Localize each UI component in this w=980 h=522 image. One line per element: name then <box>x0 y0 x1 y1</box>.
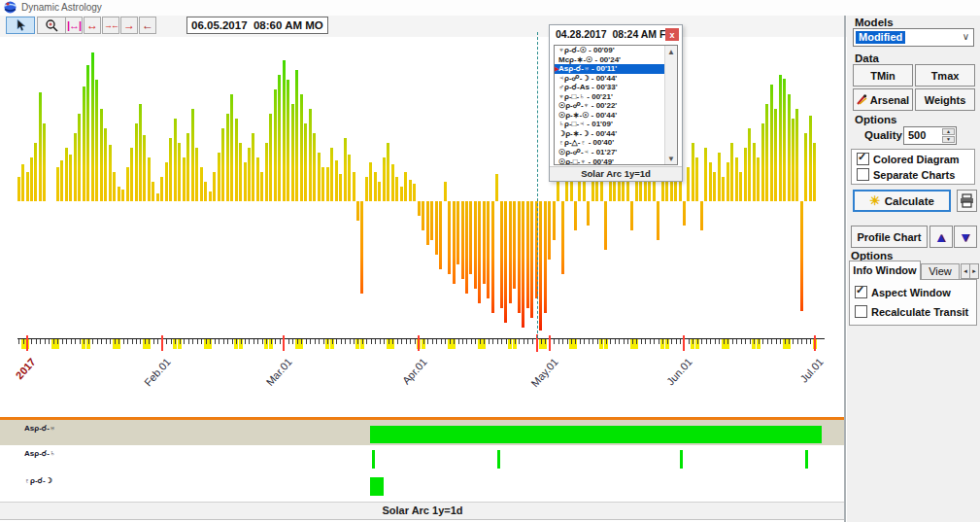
aspect-list-item[interactable]: ☉ρ-☍-♆ - 00'22' <box>555 101 677 111</box>
timeline-row-3[interactable]: ♇ρ-☌-☽ <box>0 472 845 500</box>
aspect-list-item[interactable]: ♄ρ-□-♃ - 01'09' <box>555 120 677 129</box>
scrollbar-down-icon[interactable]: ▼ <box>665 153 677 164</box>
chart-bar <box>739 172 742 201</box>
spin-up-icon[interactable]: ▲ <box>942 128 955 135</box>
chart-bar <box>409 180 412 201</box>
timeline-row-1[interactable]: Asρ-☌-♅ <box>0 420 845 445</box>
timeline-row-label: Asρ-☌-♄ <box>24 449 55 458</box>
axis-day-tick <box>357 339 358 344</box>
profile-chart-button[interactable]: Profile Chart <box>851 226 928 248</box>
aspect-list[interactable]: ♆ρ-☌-☉ - 00'09'Mcρ-∗-☉ - 00'24'Asρ-☌-♅ -… <box>554 45 678 165</box>
scroll-down-button[interactable]: ▼ <box>954 226 977 248</box>
aspect-list-item[interactable]: ♆ρ-□-♄ - 00'21' <box>555 92 677 102</box>
control-panel: Models Modified ∨ Data TMin Tmax Arsenal… <box>847 16 980 522</box>
chart-bar <box>435 201 438 255</box>
spin-down-icon[interactable]: ▼ <box>942 136 955 143</box>
arsenal-button[interactable]: Arsenal <box>853 88 913 111</box>
shift-left-button[interactable]: ← <box>139 17 156 34</box>
fit-range-button[interactable]: |↔| <box>65 17 83 34</box>
chart-bar <box>56 167 59 201</box>
aspect-list-item[interactable]: Mcρ-∗-☉ - 00'24' <box>555 55 677 65</box>
aspect-list-item[interactable]: ♇ρ-△-♇ - 00'40' <box>555 138 677 148</box>
axis-day-tick <box>676 339 677 344</box>
axis-day-tick <box>719 339 720 344</box>
axis-day-tick <box>489 339 490 344</box>
aspect-list-item[interactable]: ☉ρ-☍-♃ - 01'27' <box>555 148 677 157</box>
calculate-button[interactable]: ☀ Calculate <box>853 190 951 212</box>
aspect-list-item[interactable]: Asρ-☌-♅ - 00'11' <box>555 64 677 74</box>
chart-bar <box>630 201 633 230</box>
tmax-button[interactable]: Tmax <box>915 64 975 87</box>
pointer-tool-button[interactable] <box>6 17 35 34</box>
print-button[interactable] <box>957 190 977 212</box>
axis-day-tick <box>241 339 242 344</box>
axis-day-tick <box>192 339 193 344</box>
title-bar[interactable]: Dynamic Astrology <box>0 0 980 16</box>
chart-bar <box>321 167 324 201</box>
chart-bar <box>730 143 733 201</box>
axis-day-tick <box>480 339 481 344</box>
aspect-list-item[interactable]: ☉ρ-□-♆ - 00'49' <box>555 157 677 165</box>
models-dropdown[interactable]: Modified ∨ <box>853 28 974 47</box>
axis-month-label: May.01 <box>511 356 559 408</box>
chart-bar <box>804 133 807 201</box>
axis-day-tick <box>166 339 167 344</box>
chart-bar <box>104 128 107 201</box>
compress-range-button[interactable]: →← <box>102 17 119 34</box>
aspect-window-checkbox[interactable]: Aspect Window <box>855 286 951 298</box>
popup-close-button[interactable]: x <box>665 28 679 41</box>
aspect-list-item[interactable]: ☉ρ-∗-☉ - 00'44' <box>555 111 677 121</box>
axis-month-label: Jul.01 <box>776 356 825 408</box>
scrollbar-up-icon[interactable]: ▲ <box>665 46 677 57</box>
chart-bar <box>152 182 154 201</box>
scroll-up-button[interactable]: ▲ <box>929 226 953 248</box>
chart-bar <box>195 148 198 201</box>
axis-day-tick <box>754 339 755 344</box>
compress-range-icon: →← <box>104 19 118 31</box>
shift-right-icon: → <box>123 19 135 31</box>
aspect-list-item[interactable]: ☽ρ-∗-☽ - 00'44' <box>555 129 677 139</box>
app-globe-icon <box>4 1 17 14</box>
chart-bar <box>813 143 816 201</box>
axis-day-tick <box>601 339 602 344</box>
data-label: Data <box>855 52 879 64</box>
chart-bar <box>204 182 207 201</box>
quality-spinbox[interactable]: 500 ▲ ▼ <box>903 126 957 145</box>
weights-button[interactable]: Weights <box>915 88 975 111</box>
zoom-tool-button[interactable] <box>37 17 66 34</box>
chart-bar <box>474 201 477 289</box>
chart-bar <box>418 201 421 216</box>
tab-scroll-right-button[interactable]: ▸ <box>969 263 979 279</box>
separate-charts-checkbox[interactable]: Separate Charts <box>857 168 955 181</box>
expand-range-button[interactable]: ↔ <box>84 17 101 34</box>
aspect-list-item[interactable]: ♃ρ-☍-☽ - 00'44' <box>555 74 677 84</box>
chart-bar <box>391 164 394 201</box>
axis-year-label: 2017 <box>0 356 38 408</box>
axis-day-tick <box>641 339 642 344</box>
axis-day-tick <box>257 339 258 344</box>
tmin-button[interactable]: TMin <box>853 64 913 87</box>
axis-day-tick <box>606 339 607 344</box>
recalculate-transit-checkbox[interactable]: Recalculate Transit <box>855 305 968 318</box>
shift-right-button[interactable]: → <box>120 17 138 34</box>
separate-charts-label: Separate Charts <box>873 169 955 181</box>
colored-diagram-checkbox[interactable]: Colored Diagram <box>857 153 960 165</box>
chart-bar <box>456 201 459 264</box>
axis-day-tick <box>84 339 84 344</box>
axis-day-tick <box>610 339 611 344</box>
aspect-list-item[interactable]: ♂ρ-☌-As - 00'33' <box>555 83 677 92</box>
timeline-active-span <box>370 477 384 496</box>
timeline-row-2[interactable]: Asρ-☌-♄ <box>0 445 845 472</box>
axis-day-tick <box>619 339 620 344</box>
list-scrollbar[interactable]: ▲▼ <box>664 46 677 164</box>
tab-view[interactable]: View <box>921 263 960 280</box>
axis-day-tick <box>18 339 19 344</box>
axis-day-tick <box>306 339 307 344</box>
tab-info-window[interactable]: Info Window <box>849 261 921 280</box>
transit-strength-chart[interactable]: 2017Feb.01Mar.01Apr.01May.01Jun.01Jul.01 <box>0 37 847 406</box>
chart-bar <box>313 133 316 201</box>
chart-bar <box>165 162 168 201</box>
chart-bar <box>544 201 547 313</box>
axis-day-tick <box>715 339 716 344</box>
aspect-list-item[interactable]: ♆ρ-☌-☉ - 00'09' <box>555 46 677 55</box>
